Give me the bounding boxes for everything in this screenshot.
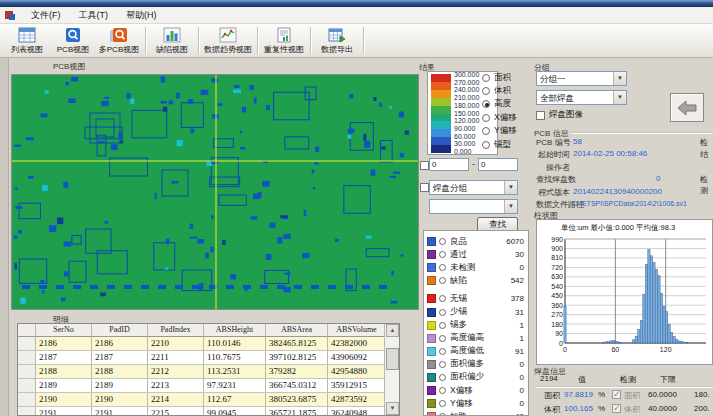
- stat-item-高度偏高[interactable]: 高度偏高1: [424, 332, 528, 345]
- table-row[interactable]: 218621862210110.0146382465.812542382000: [18, 337, 384, 351]
- metric-option-体积[interactable]: 体积: [482, 84, 530, 97]
- table-row[interactable]: 21892189221397.9231366745.031235912915: [18, 379, 384, 393]
- left-dock-strip[interactable]: [0, 58, 9, 416]
- radio-icon[interactable]: [439, 238, 446, 245]
- color-swatch: [427, 237, 436, 246]
- chevron-down-icon[interactable]: ▼: [613, 72, 626, 85]
- stat-item-缺陷[interactable]: 缺陷542: [424, 274, 528, 287]
- range-to-input[interactable]: [478, 158, 518, 171]
- column-header-ABSArea[interactable]: ABSArea: [266, 324, 328, 337]
- radio-icon[interactable]: [482, 100, 490, 108]
- column-header-PadIndex[interactable]: PadIndex: [148, 324, 204, 337]
- stat-item-Y偏移[interactable]: Y偏移0: [424, 397, 528, 410]
- menu-bar: 文件(F) 工具(T) 帮助(H): [0, 7, 713, 24]
- toolbar-button-repeatability-view[interactable]: 重复性视图: [261, 25, 307, 57]
- color-swatch: [427, 386, 436, 395]
- chevron-down-icon[interactable]: ▼: [504, 181, 517, 194]
- menu-help[interactable]: 帮助(H): [117, 7, 166, 24]
- scroll-down-icon[interactable]: ▼: [386, 402, 399, 415]
- scale-tick-label: 210.000: [454, 94, 479, 102]
- info-label: 查找焊盘数: [536, 174, 570, 185]
- column-header-SerNo[interactable]: SerNo: [36, 324, 92, 337]
- radio-icon[interactable]: [482, 141, 490, 149]
- toolbar-button-multi-pcb-view[interactable]: 多PCB视图: [96, 25, 142, 57]
- pad-image-checkbox[interactable]: [536, 111, 545, 120]
- radio-icon[interactable]: [482, 74, 490, 82]
- radio-icon[interactable]: [439, 322, 446, 329]
- pads-dropdown[interactable]: 全部焊盘 ▼: [536, 90, 627, 105]
- pad-group-dropdown[interactable]: 焊盘分组 ▼: [429, 180, 518, 195]
- radio-icon[interactable]: [439, 277, 446, 284]
- radio-icon[interactable]: [439, 400, 446, 407]
- stat-item-锡多[interactable]: 锡多1: [424, 319, 528, 332]
- stat-item-短路[interactable]: 短路40: [424, 410, 528, 416]
- column-header-ABSVolume[interactable]: ABSVolume: [328, 324, 384, 337]
- radio-icon[interactable]: [482, 87, 490, 95]
- back-arrow-button[interactable]: [670, 93, 704, 122]
- radio-icon[interactable]: [439, 309, 446, 316]
- stat-count: 1: [520, 321, 524, 330]
- pcb-canvas[interactable]: [11, 74, 419, 310]
- radio-icon[interactable]: [439, 374, 446, 381]
- pad-group-checkbox[interactable]: [420, 183, 429, 192]
- sub-group-dropdown[interactable]: ▼: [429, 199, 518, 214]
- range-filter-checkbox[interactable]: [420, 161, 429, 170]
- table-cell: 382465.8125: [266, 337, 328, 351]
- scrollbar-thumb[interactable]: [386, 348, 399, 370]
- stat-item-通过[interactable]: 通过30: [424, 248, 528, 261]
- radio-icon[interactable]: [482, 127, 490, 135]
- metric-option-锡型[interactable]: 锡型: [482, 138, 530, 151]
- range-from-input[interactable]: [429, 158, 469, 171]
- radio-icon[interactable]: [439, 348, 446, 355]
- metric-option-X偏移[interactable]: X偏移: [482, 111, 530, 124]
- radio-icon[interactable]: [439, 387, 446, 394]
- stat-item-良品[interactable]: 良品6070: [424, 235, 528, 248]
- column-header-ABSHeight[interactable]: ABSHeight: [204, 324, 266, 337]
- table-row[interactable]: 219021902214112.67380523.687542873592: [18, 393, 384, 407]
- detect-checkbox[interactable]: [612, 390, 621, 399]
- radio-icon[interactable]: [439, 264, 446, 271]
- toolbar-button-pcb-view[interactable]: PCB视图: [50, 25, 96, 57]
- menu-tools[interactable]: 工具(T): [70, 7, 118, 24]
- table-row[interactable]: 218721872211110.7675397102.812543906092: [18, 351, 384, 365]
- table-row[interactable]: 218821882212113.253137928242954880: [18, 365, 384, 379]
- menu-file[interactable]: 文件(F): [22, 7, 70, 24]
- metric-option-面积[interactable]: 面积: [482, 71, 530, 84]
- stat-item-未检测[interactable]: 未检测0: [424, 261, 528, 274]
- color-swatch: [427, 334, 436, 343]
- stat-item-高度偏低[interactable]: 高度偏低91: [424, 345, 528, 358]
- chevron-down-icon[interactable]: ▼: [613, 91, 626, 104]
- info-value: 20140224130940000200: [573, 187, 662, 196]
- metric-option-高度[interactable]: 高度: [482, 98, 530, 111]
- radio-icon[interactable]: [439, 295, 446, 302]
- details-table-scrollbar[interactable]: ▲ ▼: [384, 324, 399, 415]
- stat-item-面积偏多[interactable]: 面积偏多0: [424, 358, 528, 371]
- metric-option-Y偏移[interactable]: Y偏移: [482, 125, 530, 138]
- stat-item-少锡[interactable]: 少锡31: [424, 305, 528, 318]
- details-table[interactable]: SerNoPadIDPadIndexABSHeightABSAreaABSVol…: [17, 323, 400, 416]
- stat-item-X偏移[interactable]: X偏移0: [424, 384, 528, 397]
- column-header-PadID[interactable]: PadID: [92, 324, 148, 337]
- radio-icon[interactable]: [439, 251, 446, 258]
- stat-label: 短路: [450, 411, 467, 416]
- table-row[interactable]: 21912191221599.0945365721.187536240948: [18, 407, 384, 415]
- radio-icon[interactable]: [439, 361, 446, 368]
- radio-icon[interactable]: [439, 335, 446, 342]
- scale-tick-label: 60.000: [454, 133, 479, 141]
- scroll-up-icon[interactable]: ▲: [386, 324, 399, 337]
- table-cell: 365721.1875: [266, 407, 328, 415]
- stat-item-无锡[interactable]: 无锡378: [424, 292, 528, 305]
- detect-checkbox[interactable]: [612, 404, 621, 413]
- radio-icon[interactable]: [482, 114, 490, 122]
- toolbar-button-trend-view[interactable]: 数据趋势视图: [202, 25, 254, 57]
- toolbar-button-data-export[interactable]: 数据导出: [314, 25, 360, 57]
- stat-item-面积偏少[interactable]: 面积偏少0: [424, 371, 528, 384]
- table-cell: 380523.6875: [266, 393, 328, 407]
- group-dropdown[interactable]: 分组一 ▼: [536, 71, 627, 86]
- info-value: 58: [573, 137, 582, 146]
- chevron-down-icon[interactable]: ▼: [504, 200, 517, 213]
- toolbar-button-list-view[interactable]: 列表视图: [4, 25, 50, 57]
- table-cell: 110.0146: [204, 337, 266, 351]
- toolbar-button-defect-view[interactable]: 缺陷视图: [149, 25, 195, 57]
- metric-label: X偏移: [494, 112, 517, 124]
